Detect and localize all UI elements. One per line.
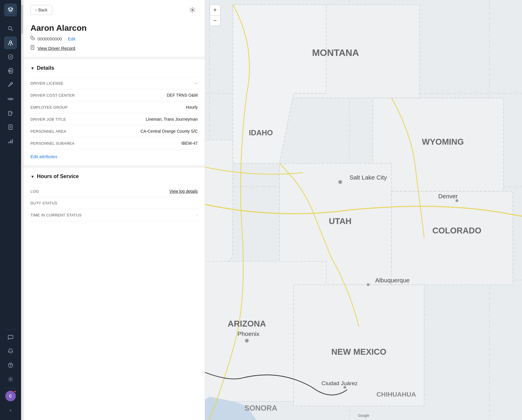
- settings-button[interactable]: [187, 5, 198, 15]
- sidebar-item-help[interactable]: [4, 359, 17, 372]
- svg-rect-50: [392, 191, 513, 285]
- map-area: MONTANA IDAHO WYOMING NEVADA UTAH COLORA…: [205, 0, 522, 420]
- detail-label-employee-group: EMPLOYEE GROUP: [30, 105, 68, 110]
- svg-text:Ciudad Juárez: Ciudad Juárez: [322, 380, 358, 386]
- detail-panel: ‹ Back Aaron Alarcon 0000000000 ·: [23, 0, 205, 420]
- edit-phone-link[interactable]: Edit: [68, 36, 76, 41]
- hos-section: ▼ Hours of Service Log View log details …: [23, 168, 205, 227]
- app-logo: [4, 4, 17, 16]
- sidebar-item-drivers[interactable]: [4, 36, 17, 49]
- svg-text:UTAH: UTAH: [329, 216, 352, 226]
- detail-row-personnel-subarea: PERSONNEL SUBAREA IBEW-47: [30, 137, 198, 149]
- hos-section-header[interactable]: ▼ Hours of Service: [30, 173, 198, 180]
- hos-row-duty-status: Duty status: [30, 197, 198, 209]
- svg-text:Phoenix: Phoenix: [238, 330, 260, 337]
- detail-label-personnel-area: PERSONNEL AREA: [30, 129, 66, 134]
- section-separator-1: [23, 57, 205, 59]
- sidebar-item-reports[interactable]: [4, 121, 17, 134]
- svg-point-69: [456, 199, 458, 202]
- details-section-header[interactable]: ▼ Details: [30, 65, 198, 71]
- driver-info-section: Aaron Alarcon 0000000000 · Edit: [23, 19, 205, 57]
- svg-point-15: [8, 98, 9, 100]
- svg-text:ARIZONA: ARIZONA: [228, 319, 266, 328]
- details-fields-list: Driver License --- DRIVER COST CENTER DE…: [30, 77, 198, 149]
- svg-point-80: [343, 386, 346, 389]
- detail-label-job-title: DRIVER JOB TITLE: [30, 117, 66, 122]
- svg-text:Albuquerque: Albuquerque: [375, 277, 410, 284]
- detail-value-employee-group: Hourly: [186, 105, 198, 110]
- svg-rect-26: [10, 141, 11, 143]
- scroll-thumb[interactable]: [21, 5, 23, 34]
- sidebar-item-analytics[interactable]: [4, 135, 17, 148]
- detail-value-personnel-subarea: IBEW-47: [181, 141, 198, 146]
- sidebar-item-search[interactable]: [4, 22, 17, 35]
- hos-row-time-in-status: Time in current status -: [30, 209, 198, 221]
- svg-text:MONTANA: MONTANA: [312, 47, 359, 58]
- detail-label-personnel-subarea: PERSONNEL SUBAREA: [30, 141, 75, 146]
- detail-value-driver-license: ---: [194, 81, 198, 86]
- svg-point-73: [367, 283, 370, 286]
- panel-header: ‹ Back: [23, 0, 205, 19]
- record-icon: [30, 45, 35, 51]
- edit-attributes-link[interactable]: Edit attributes: [30, 154, 57, 159]
- driver-phone: 0000000000: [37, 36, 62, 41]
- svg-line-6: [11, 30, 13, 31]
- detail-row-job-title: DRIVER JOB TITLE Lineman, Trans Journeym…: [30, 113, 198, 125]
- hos-chevron-icon: ▼: [30, 174, 35, 179]
- svg-point-30: [10, 379, 11, 380]
- svg-point-8: [10, 44, 11, 45]
- svg-text:COLORADO: COLORADO: [432, 226, 481, 235]
- map-zoom-controls: + −: [210, 5, 220, 26]
- sidebar-item-safety[interactable]: [4, 50, 17, 63]
- sidebar: C ›: [0, 0, 21, 420]
- hos-label-time-in-status: Time in current status: [30, 213, 81, 217]
- sidebar-item-fuel[interactable]: [4, 107, 17, 119]
- google-watermark: Google: [358, 414, 369, 418]
- zoom-in-button[interactable]: +: [210, 5, 220, 15]
- back-button[interactable]: ‹ Back: [30, 5, 52, 15]
- detail-label-cost-center: DRIVER COST CENTER: [30, 93, 75, 98]
- sidebar-item-dispatch[interactable]: [4, 93, 17, 105]
- view-log-details-link[interactable]: View log details: [169, 189, 198, 194]
- svg-text:SONORA: SONORA: [245, 404, 277, 412]
- user-avatar[interactable]: C: [5, 391, 16, 401]
- section-separator-2: [23, 165, 205, 168]
- driver-name: Aaron Alarcon: [30, 23, 198, 33]
- detail-row-personnel-area: PERSONNEL AREA CA-Central Orange County …: [30, 125, 198, 137]
- detail-value-personnel-area: CA-Central Orange County S/C: [141, 129, 198, 134]
- notification-badge: [13, 390, 16, 393]
- map-container[interactable]: MONTANA IDAHO WYOMING NEVADA UTAH COLORA…: [205, 0, 522, 420]
- svg-point-2: [9, 8, 10, 9]
- sidebar-expand-button[interactable]: ›: [4, 404, 17, 416]
- sidebar-item-documents[interactable]: [4, 64, 17, 77]
- svg-point-16: [12, 98, 13, 100]
- detail-value-cost-center: DEF TRNS O&M: [167, 93, 198, 98]
- detail-row-driver-license: Driver License ---: [30, 77, 198, 89]
- detail-value-job-title: Lineman, Trans Journeyman: [146, 117, 198, 122]
- hos-row-log: Log View log details: [30, 185, 198, 197]
- svg-point-10: [8, 70, 10, 72]
- details-chevron-icon: ▼: [30, 66, 35, 71]
- svg-point-29: [10, 366, 11, 367]
- scroll-divider: [21, 0, 23, 420]
- hos-value-time-in-status: -: [196, 213, 198, 217]
- sidebar-item-settings[interactable]: [4, 373, 17, 386]
- back-chevron-icon: ‹: [35, 8, 37, 12]
- sidebar-item-maintenance[interactable]: [4, 78, 17, 91]
- driver-phone-row: 0000000000 · Edit: [30, 36, 198, 42]
- svg-point-75: [245, 339, 249, 343]
- sidebar-item-chat[interactable]: [4, 331, 17, 344]
- hos-label-log: Log: [30, 189, 39, 194]
- sidebar-bottom: C ›: [2, 331, 19, 416]
- svg-point-14: [10, 98, 11, 100]
- svg-text:IDAHO: IDAHO: [249, 129, 273, 137]
- view-driver-record-link[interactable]: View Driver Record: [37, 46, 75, 51]
- main-content: ‹ Back Aaron Alarcon 0000000000 ·: [23, 0, 522, 420]
- sidebar-item-notifications[interactable]: [4, 345, 17, 358]
- details-section: ▼ Details Driver License --- DRIVER COST…: [23, 59, 205, 165]
- svg-rect-25: [8, 142, 9, 143]
- zoom-out-button[interactable]: −: [210, 15, 220, 26]
- svg-text:Denver: Denver: [438, 193, 458, 199]
- phone-icon: [30, 36, 35, 42]
- svg-point-31: [192, 9, 193, 11]
